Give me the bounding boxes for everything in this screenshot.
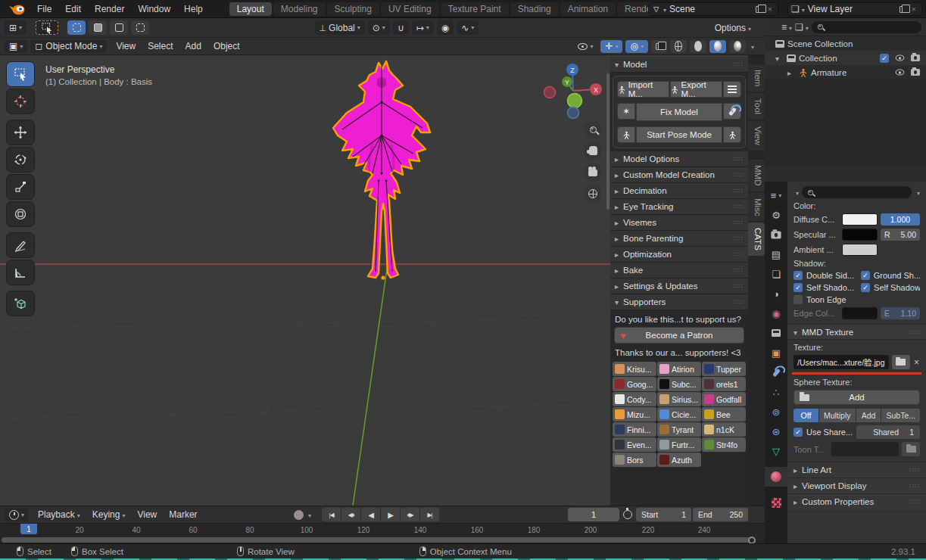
shading-dropdown[interactable] (749, 41, 754, 51)
self-shadow-map-checkbox[interactable]: Self Shado... (793, 283, 858, 292)
show-object-types-dropdown[interactable] (573, 40, 597, 53)
menu-edit[interactable]: Edit (58, 4, 88, 14)
supporter-item[interactable]: n1cK (702, 422, 746, 437)
shading-material-button[interactable] (709, 40, 726, 53)
import-menu-button[interactable] (723, 81, 741, 98)
play-reverse-button[interactable]: ◀ (361, 508, 380, 521)
frame-start-field[interactable]: Start1 (636, 508, 691, 521)
outliner-row-armature[interactable]: Armature (765, 65, 926, 79)
sphere-mode-subtexture[interactable]: SubTe... (881, 409, 920, 422)
supporter-item[interactable]: Bee (702, 407, 746, 422)
section-line-art[interactable]: Line Art (787, 462, 926, 478)
shading-wireframe-button[interactable] (670, 40, 687, 53)
new-scene-icon[interactable] (756, 6, 762, 13)
section-supporters[interactable]: Supporters (610, 294, 748, 310)
camera-view-button[interactable] (584, 163, 602, 182)
supporter-item[interactable]: orels1 (702, 377, 746, 391)
tool-cursor[interactable] (6, 89, 35, 114)
diffuse-color-swatch[interactable] (842, 213, 878, 226)
fix-model-settings-button[interactable] (723, 103, 741, 120)
tool-select-box[interactable] (6, 61, 35, 87)
supporter-item[interactable]: Subc... (657, 377, 701, 391)
properties-editor-type-button[interactable]: ≡ (765, 185, 787, 205)
sphere-texture-add-button[interactable]: Add (793, 390, 920, 405)
tab-view-layer-properties[interactable]: ❏ (765, 264, 787, 284)
tab-output-properties[interactable]: ▤ (765, 244, 787, 264)
proportional-falloff-dropdown[interactable]: ∿ (457, 20, 479, 35)
viewport-menu-add[interactable]: Add (179, 41, 207, 51)
expand-icon[interactable] (775, 54, 784, 63)
section-optimization[interactable]: Optimization (610, 247, 748, 263)
specular-color-swatch[interactable] (842, 229, 878, 241)
supporter-item[interactable]: Azuth (657, 453, 701, 467)
timeline-menu-keying[interactable]: Keying (86, 509, 132, 520)
scrollbar-zoom-handle[interactable] (748, 537, 756, 544)
next-keyframe-button[interactable]: ♦▶ (401, 508, 419, 521)
supporter-item[interactable]: Cody... (613, 392, 656, 406)
start-pose-mode-button[interactable]: Start Pose Mode (636, 126, 722, 143)
tab-object-data-properties[interactable]: ▽ (765, 441, 787, 461)
tab-physics-properties[interactable]: ⊚ (765, 402, 787, 422)
tab-constraints-properties[interactable]: ⊛ (765, 422, 787, 441)
shared-toon-button[interactable]: Shared1 (856, 425, 920, 439)
supporter-item[interactable]: Tyrant (657, 422, 701, 437)
perspective-toggle-button[interactable] (584, 185, 602, 203)
section-viewport-display[interactable]: Viewport Display (787, 478, 926, 493)
shading-rendered-button[interactable] (729, 40, 746, 53)
tab-texture-properties[interactable] (765, 493, 787, 512)
workspace-tab-sculpting[interactable]: Sculpting (327, 2, 379, 16)
edge-weight-slider[interactable]: E1.10 (881, 307, 920, 319)
timeline-menu-marker[interactable]: Marker (163, 509, 203, 520)
texture-path-field[interactable]: /Users/mac...xture/脸.jpg (793, 355, 889, 369)
supporter-item[interactable]: Goog... (613, 377, 656, 391)
remove-view-layer-icon[interactable]: × (909, 5, 918, 14)
pose-icon-right[interactable] (723, 126, 741, 143)
section-visemes[interactable]: Visemes (610, 215, 748, 231)
sidebar-tab-item[interactable]: Item (748, 64, 765, 92)
viewport-3d[interactable]: User Perspective (1) Collection | Body :… (0, 55, 765, 506)
pan-button[interactable] (584, 142, 602, 160)
section-settings-updates[interactable]: Settings & Updates (610, 278, 748, 294)
toon-texture-field[interactable] (831, 442, 899, 456)
snap-toggle[interactable]: ∪ (393, 20, 409, 35)
collection-checkbox[interactable] (880, 54, 889, 63)
timeline-menu-playback[interactable]: Playback (32, 509, 86, 520)
current-frame-field[interactable]: 1 (568, 508, 619, 521)
diffuse-alpha-slider[interactable]: 1.000 (881, 213, 920, 226)
self-shadow-checkbox[interactable]: Self Shadow (861, 283, 920, 292)
zoom-button[interactable] (584, 120, 602, 138)
jump-to-end-button[interactable]: ▶| (420, 508, 439, 521)
texture-remove-button[interactable]: × (913, 357, 920, 368)
toon-edge-checkbox[interactable]: Toon Edge (793, 295, 846, 304)
export-model-button[interactable]: Export M... (670, 81, 722, 98)
double-sided-checkbox[interactable]: Double Sid... (793, 271, 858, 280)
workspace-tab-layout[interactable]: Layout (229, 2, 272, 16)
section-custom-model-creation[interactable]: Custom Model Creation (610, 167, 748, 183)
use-shared-checkbox[interactable]: Use Share... (793, 428, 853, 437)
hide-eye-icon[interactable] (896, 69, 905, 75)
tab-modifier-properties[interactable] (765, 362, 787, 382)
supporter-item[interactable]: Sirius... (657, 392, 701, 406)
prev-keyframe-button[interactable]: ◀♦ (341, 508, 360, 521)
material-slots-dropdown[interactable] (793, 187, 799, 198)
overlays-toggle[interactable]: ◎ (625, 40, 648, 53)
sidebar-scrollbar[interactable] (606, 73, 610, 210)
select-mode-subtract[interactable] (110, 20, 128, 35)
timeline-editor-type-button[interactable] (5, 509, 29, 521)
sphere-mode-add[interactable]: Add (856, 409, 881, 422)
ambient-color-swatch[interactable] (842, 244, 878, 256)
viewport-menu-select[interactable]: Select (142, 41, 179, 51)
section-model-options[interactable]: Model Options (610, 151, 748, 167)
tool-measure[interactable] (6, 260, 35, 285)
tab-object-properties[interactable]: ▣ (765, 343, 787, 362)
section-custom-properties[interactable]: Custom Properties (787, 493, 926, 509)
fix-model-button[interactable]: Fix Model (636, 103, 722, 121)
timeline-scrollbar[interactable] (2, 537, 754, 543)
gizmos-toggle[interactable]: ✛ (600, 40, 622, 53)
tab-material-properties[interactable] (765, 467, 787, 487)
outliner-display-mode-button[interactable]: ❏ (795, 22, 809, 33)
disable-render-icon[interactable] (911, 54, 920, 61)
disable-render-icon[interactable] (911, 69, 920, 76)
editor-type-button[interactable]: ⊞ (5, 20, 27, 35)
material-search-input[interactable] (817, 188, 862, 197)
